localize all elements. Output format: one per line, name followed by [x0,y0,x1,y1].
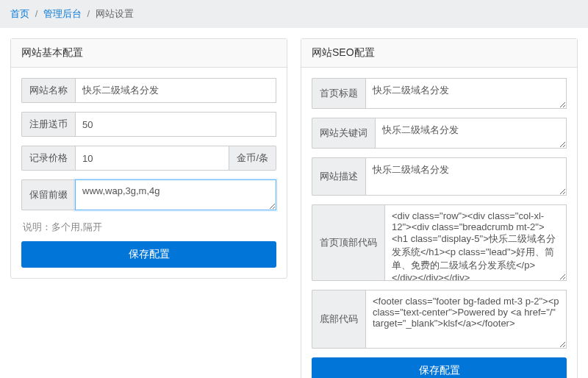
seo-config-title: 网站SEO配置 [301,39,577,68]
top-code-input[interactable] [384,204,567,281]
record-price-label: 记录价格 [21,146,75,171]
seo-config-column: 网站SEO配置 首页标题 网站关键词 网站描述 首页顶部代码 [301,38,578,378]
desc-group: 网站描述 [312,157,567,196]
home-title-group: 首页标题 [312,78,567,109]
breadcrumb-admin[interactable]: 管理后台 [43,8,82,19]
breadcrumb-current: 网站设置 [96,8,134,19]
reserved-prefix-note: 说明：多个用,隔开 [21,219,276,241]
basic-config-column: 网站基本配置 网站名称 注册送币 记录价格 金币/条 保留前缀 [10,38,287,378]
breadcrumb-sep: / [87,8,90,19]
breadcrumb-home[interactable]: 首页 [10,8,29,19]
desc-input[interactable] [365,157,567,196]
save-basic-button[interactable]: 保存配置 [21,241,276,268]
top-code-group: 首页顶部代码 [312,204,567,281]
site-name-input[interactable] [75,78,276,103]
top-code-label: 首页顶部代码 [312,204,384,281]
bottom-code-label: 底部代码 [312,290,365,349]
home-title-label: 首页标题 [312,78,365,109]
site-name-group: 网站名称 [21,78,276,103]
site-name-label: 网站名称 [21,78,75,103]
bottom-code-input[interactable] [365,290,567,349]
basic-config-title: 网站基本配置 [11,39,287,68]
desc-label: 网站描述 [312,157,365,196]
reg-coin-label: 注册送币 [21,112,75,137]
record-price-unit: 金币/条 [229,146,276,171]
save-seo-button[interactable]: 保存配置 [312,357,567,378]
record-price-group: 记录价格 金币/条 [21,146,276,171]
home-title-input[interactable] [365,78,567,109]
record-price-input[interactable] [75,146,229,171]
breadcrumb: 首页 / 管理后台 / 网站设置 [0,0,588,28]
main-container: 网站基本配置 网站名称 注册送币 记录价格 金币/条 保留前缀 [0,28,588,378]
basic-config-card: 网站基本配置 网站名称 注册送币 记录价格 金币/条 保留前缀 [10,38,287,279]
reserved-prefix-input[interactable] [75,179,276,210]
keywords-input[interactable] [375,118,567,149]
reserved-prefix-group: 保留前缀 [21,179,276,210]
breadcrumb-sep: / [35,8,38,19]
bottom-code-group: 底部代码 [312,290,567,349]
keywords-group: 网站关键词 [312,118,567,149]
reg-coin-group: 注册送币 [21,112,276,137]
keywords-label: 网站关键词 [312,118,375,149]
reserved-prefix-label: 保留前缀 [21,179,75,210]
seo-config-card: 网站SEO配置 首页标题 网站关键词 网站描述 首页顶部代码 [301,38,578,378]
reg-coin-input[interactable] [75,112,276,137]
